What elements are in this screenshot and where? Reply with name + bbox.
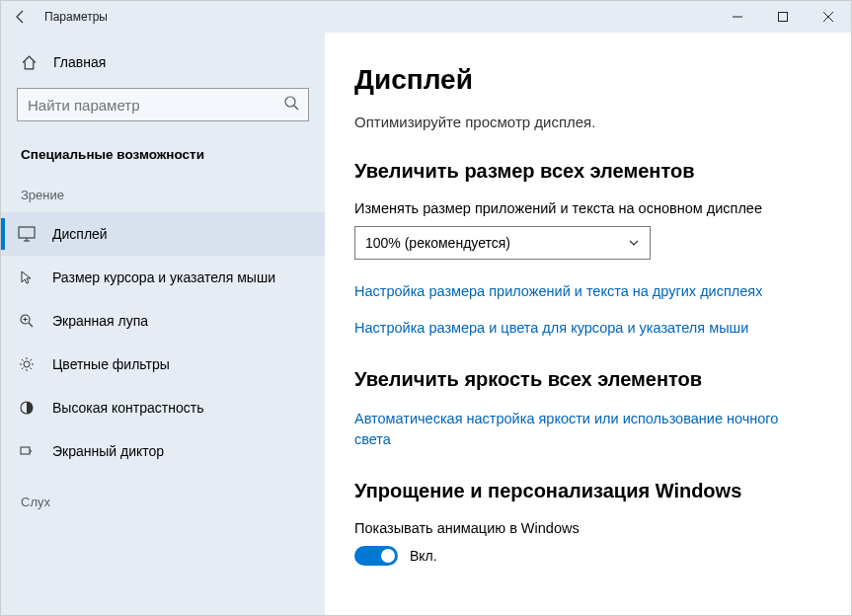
window-title: Параметры	[40, 10, 108, 24]
section-brightness-title: Увеличить яркость всех элементов	[354, 368, 821, 391]
sidebar: Главная Специальные возможности Зрение Д…	[1, 33, 325, 615]
page-subtitle: Оптимизируйте просмотр дисплея.	[354, 114, 821, 130]
toggle-animations[interactable]	[354, 546, 398, 566]
svg-point-13	[24, 361, 30, 367]
sidebar-item-cursor[interactable]: Размер курсора и указателя мыши	[1, 256, 325, 299]
settings-window: Параметры Главная	[0, 0, 852, 616]
svg-line-19	[31, 368, 33, 370]
sidebar-item-label: Размер курсора и указателя мыши	[52, 270, 275, 285]
content-area: Дисплей Оптимизируйте просмотр дисплея. …	[325, 33, 851, 615]
sidebar-item-display[interactable]: Дисплей	[1, 212, 325, 256]
page-title: Дисплей	[354, 64, 821, 96]
toggle-animations-label: Показывать анимацию в Windows	[354, 520, 821, 536]
svg-line-5	[294, 106, 298, 110]
svg-rect-1	[779, 13, 788, 22]
scale-label: Изменять размер приложений и текста на о…	[354, 200, 821, 216]
sidebar-home[interactable]: Главная	[1, 40, 325, 84]
cursor-icon	[17, 270, 37, 285]
toggle-state-text: Вкл.	[410, 548, 437, 564]
svg-point-4	[285, 97, 295, 107]
sidebar-item-label: Дисплей	[52, 226, 108, 242]
sidebar-item-magnifier[interactable]: Экранная лупа	[1, 299, 325, 343]
sidebar-group-hearing: Слух	[1, 487, 325, 519]
sidebar-item-label: Цветные фильтры	[52, 356, 170, 372]
link-cursor-settings[interactable]: Настройка размера и цвета для курсора и …	[354, 318, 821, 339]
svg-line-20	[22, 368, 24, 370]
svg-rect-23	[21, 447, 30, 454]
sidebar-group-vision: Зрение	[1, 180, 325, 212]
magnifier-icon	[17, 313, 37, 329]
sidebar-item-color-filters[interactable]: Цветные фильтры	[1, 343, 325, 386]
sidebar-item-label: Экранная лупа	[52, 313, 148, 329]
home-icon	[21, 54, 38, 71]
section-scale-title: Увеличить размер всех элементов	[354, 160, 821, 183]
search-icon	[283, 95, 299, 111]
sidebar-item-high-contrast[interactable]: Высокая контрастность	[1, 386, 325, 429]
contrast-icon	[17, 400, 37, 416]
back-button[interactable]	[1, 9, 40, 25]
toggle-knob	[381, 549, 395, 563]
scale-select[interactable]: 100% (рекомендуется)	[354, 226, 651, 260]
scale-select-value: 100% (рекомендуется)	[365, 235, 510, 251]
search-input-wrap	[17, 88, 309, 121]
monitor-icon	[17, 226, 37, 242]
svg-line-21	[31, 359, 33, 361]
section-simplify-title: Упрощение и персонализация Windows	[354, 480, 821, 502]
search-input[interactable]	[17, 88, 309, 121]
sidebar-item-label: Экранный диктор	[52, 443, 164, 459]
svg-rect-6	[19, 227, 35, 238]
narrator-icon	[17, 443, 37, 459]
brightness-icon	[17, 356, 37, 372]
sidebar-home-label: Главная	[53, 54, 106, 70]
sidebar-item-label: Высокая контрастность	[52, 400, 203, 416]
titlebar: Параметры	[1, 1, 851, 33]
close-button[interactable]	[806, 1, 851, 33]
link-scale-other-displays[interactable]: Настройка размера приложений и текста на…	[354, 281, 821, 302]
svg-line-10	[29, 323, 33, 327]
chevron-down-icon	[628, 237, 640, 249]
sidebar-item-narrator[interactable]: Экранный диктор	[1, 429, 325, 473]
svg-line-18	[22, 359, 24, 361]
minimize-button[interactable]	[715, 1, 760, 33]
maximize-button[interactable]	[760, 1, 806, 33]
sidebar-section-title: Специальные возможности	[1, 139, 325, 180]
link-brightness-settings[interactable]: Автоматическая настройка яркости или исп…	[354, 409, 818, 450]
